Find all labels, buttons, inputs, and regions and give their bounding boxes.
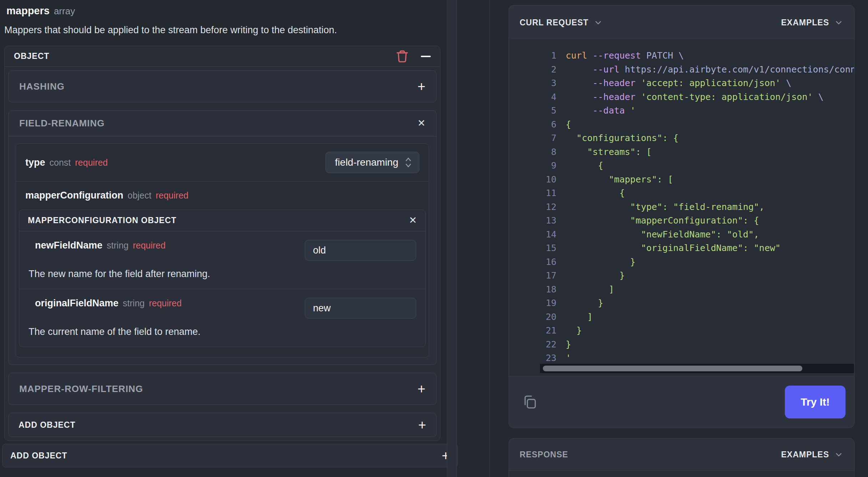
try-it-button[interactable]: Try It!: [785, 386, 846, 418]
code-line: 8 "streams": [: [509, 145, 854, 159]
curl-request-header: CURL REQUEST EXAMPLES: [509, 5, 854, 40]
property-type: array: [54, 6, 75, 17]
original-field-name-row: originalFieldName string required The cu…: [19, 289, 425, 347]
property-title-row: mappers array: [6, 5, 440, 17]
hashing-section[interactable]: HASHING +: [8, 70, 436, 102]
field-renaming-header: FIELD-RENAMING ✕: [9, 111, 436, 136]
api-docs-page: mappers array Mappers that should be app…: [0, 0, 868, 477]
type-select-value: field-renaming: [335, 157, 398, 168]
code-line: 11 {: [509, 186, 854, 200]
plus-icon: +: [418, 382, 425, 396]
column-divider: [490, 0, 490, 477]
copy-icon: [522, 393, 538, 411]
response-code-block: [509, 471, 854, 477]
type-select[interactable]: field-renaming: [326, 152, 419, 173]
mapper-configuration-name: mapperConfiguration: [25, 190, 123, 201]
mapper-configuration-labels: mapperConfiguration object required: [19, 190, 426, 201]
request-examples-dropdown[interactable]: EXAMPLES: [781, 18, 843, 27]
chevron-down-icon: [834, 450, 843, 459]
code-line: 13 "mapperConfiguration": {: [509, 214, 854, 228]
new-field-name-input[interactable]: [305, 240, 416, 261]
delete-object-button[interactable]: [395, 49, 409, 64]
add-object-button-outer[interactable]: ADD OBJECT +: [2, 444, 458, 467]
property-description: Mappers that should be applied to the st…: [4, 25, 440, 36]
code-line: 2 --url https://api.airbyte.com/v1/conne…: [509, 63, 854, 77]
mapper-row-filtering-label: MAPPER-ROW-FILTERING: [19, 383, 143, 395]
code-line: 4 --header 'content-type: application/js…: [509, 90, 854, 104]
new-field-name-labels: newFieldName string required: [29, 240, 166, 251]
code-line: 22}: [509, 338, 854, 352]
trash-icon: [395, 49, 409, 64]
hashing-label: HASHING: [19, 81, 65, 92]
curl-code-block[interactable]: 1curl --request PATCH \2 --url https://a…: [509, 40, 854, 376]
close-field-renaming-button[interactable]: ✕: [417, 119, 425, 128]
minus-icon: [421, 56, 431, 57]
chevron-down-icon: [594, 18, 603, 27]
code-line: 17 }: [509, 269, 854, 283]
code-line: 5 --data ': [509, 104, 854, 118]
code-lines: 1curl --request PATCH \2 --url https://a…: [509, 40, 854, 365]
type-field-required-badge: required: [75, 157, 108, 168]
type-field-row: type const required field-renaming: [16, 144, 429, 181]
code-column: CURL REQUEST EXAMPLES 1curl --request PA…: [509, 5, 854, 477]
mapper-configuration-row: mapperConfiguration object required MAPP…: [16, 181, 429, 357]
plus-icon: +: [418, 418, 426, 432]
original-field-name-labels: originalFieldName string required: [29, 298, 182, 309]
new-field-name-row: newFieldName string required The new nam…: [19, 231, 425, 289]
curl-request-title: CURL REQUEST: [520, 18, 589, 27]
code-line: 9 {: [509, 159, 854, 173]
code-line: 21 }: [509, 324, 854, 338]
response-examples-dropdown[interactable]: EXAMPLES: [781, 450, 843, 460]
code-line: 12 "type": "field-renaming",: [509, 200, 854, 214]
add-object-button-inner[interactable]: ADD OBJECT +: [8, 413, 436, 437]
mapper-configuration-required-badge: required: [156, 190, 188, 201]
original-field-name-input[interactable]: [305, 298, 416, 318]
original-field-name-description: The current name of the field to rename.: [29, 326, 416, 337]
code-line: 19 }: [509, 296, 854, 310]
mapper-configuration-card: MAPPERCONFIGURATION OBJECT ✕: [19, 210, 426, 347]
collapse-object-button[interactable]: [421, 56, 431, 57]
response-examples-label: EXAMPLES: [781, 450, 829, 460]
curl-request-title-dropdown[interactable]: CURL REQUEST: [520, 18, 603, 27]
mapper-configuration-card-header: MAPPERCONFIGURATION OBJECT ✕: [19, 210, 425, 231]
code-line: 23': [509, 351, 854, 365]
object-card-label: OBJECT: [14, 51, 49, 61]
object-card-header: OBJECT: [5, 46, 440, 67]
new-field-name: newFieldName: [35, 240, 102, 251]
response-header: RESPONSE EXAMPLES: [509, 438, 854, 471]
code-horizontal-scrollbar[interactable]: [540, 364, 854, 373]
object-card: OBJECT HASHING: [4, 46, 440, 441]
code-line: 18 ]: [509, 283, 854, 297]
response-title: RESPONSE: [520, 450, 568, 460]
code-line: 3 --header 'accept: application/json' \: [509, 76, 854, 90]
field-renaming-body: type const required field-renaming: [9, 136, 436, 365]
code-line: 20 ]: [509, 310, 854, 324]
code-line: 6{: [509, 118, 854, 132]
code-line: 16 }: [509, 255, 854, 269]
close-mapper-configuration-button[interactable]: ✕: [409, 216, 417, 225]
copy-code-button[interactable]: [522, 393, 538, 411]
request-examples-label: EXAMPLES: [781, 18, 829, 27]
mapper-row-filtering-section[interactable]: MAPPER-ROW-FILTERING +: [8, 373, 436, 405]
field-renaming-label: FIELD-RENAMING: [19, 118, 105, 129]
mapper-configuration-card-label: MAPPERCONFIGURATION OBJECT: [28, 216, 177, 225]
new-field-name-qualifier: string: [107, 240, 128, 251]
code-line: 10 "mappers": [: [509, 173, 854, 187]
curl-request-panel: CURL REQUEST EXAMPLES 1curl --request PA…: [509, 5, 854, 428]
scrollbar-thumb[interactable]: [543, 366, 802, 371]
original-field-name: originalFieldName: [35, 298, 118, 309]
code-line: 14 "newFieldName": "old",: [509, 228, 854, 242]
field-renaming-props-card: type const required field-renaming: [16, 144, 429, 357]
mapper-configuration-qualifier: object: [128, 190, 152, 201]
type-field-qualifier: const: [50, 157, 71, 168]
type-field-name: type: [25, 157, 45, 168]
left-column-scrollbar[interactable]: [447, 0, 457, 477]
object-card-body: HASHING + FIELD-RENAMING ✕: [5, 67, 440, 441]
code-line: 15 "originalFieldName": "new": [509, 241, 854, 255]
code-line: 7 "configurations": {: [509, 131, 854, 145]
original-field-name-required-badge: required: [149, 298, 182, 308]
new-field-name-required-badge: required: [133, 240, 166, 251]
curl-request-footer: Try It!: [509, 376, 854, 428]
select-chevrons-icon: [404, 156, 413, 169]
field-renaming-section: FIELD-RENAMING ✕ type const: [8, 110, 436, 365]
